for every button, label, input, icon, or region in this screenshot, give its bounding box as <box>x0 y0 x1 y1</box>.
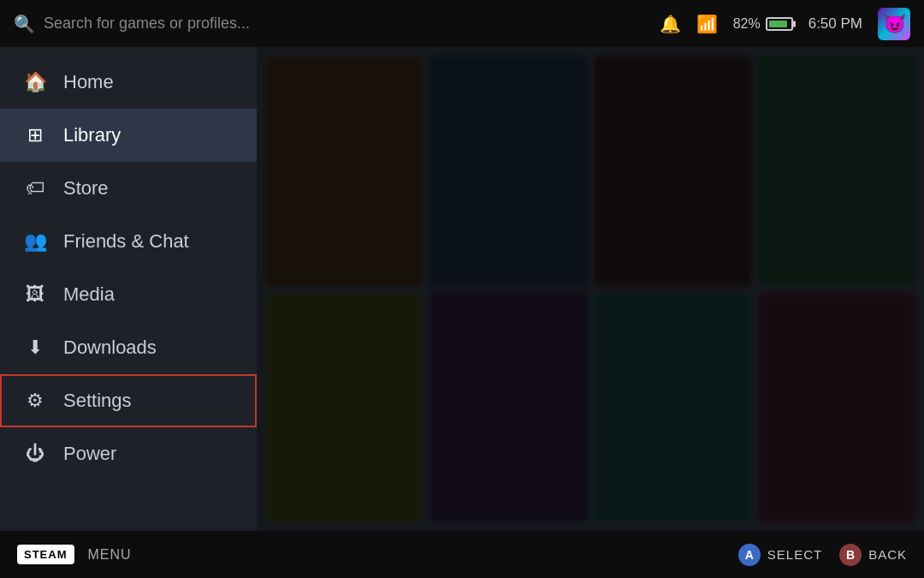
game-grid <box>257 47 924 531</box>
game-card <box>265 56 423 286</box>
downloads-icon: ⬇ <box>24 337 46 359</box>
topbar-right: 🔔 📶 82% 6:50 PM 😈 <box>660 8 910 40</box>
sidebar-item-label: Power <box>63 443 116 465</box>
game-card <box>429 56 587 286</box>
sidebar-item-media[interactable]: 🖼 Media <box>0 268 257 321</box>
sidebar-item-label: Store <box>63 177 109 200</box>
back-hint: B BACK <box>839 544 907 566</box>
sidebar-item-label: Home <box>63 71 114 93</box>
media-icon: 🖼 <box>24 283 46 306</box>
sidebar-item-settings[interactable]: ⚙ Settings <box>0 374 257 427</box>
search-placeholder: Search for games or profiles... <box>44 15 250 33</box>
sidebar-item-label: Friends & Chat <box>63 230 189 253</box>
avatar[interactable]: 😈 <box>878 8 910 40</box>
power-icon: ⏻ <box>24 443 46 465</box>
home-icon: 🏠 <box>24 71 46 93</box>
sidebar-item-power[interactable]: ⏻ Power <box>0 427 257 480</box>
sidebar-item-downloads[interactable]: ⬇ Downloads <box>0 321 257 374</box>
back-label: BACK <box>868 547 907 562</box>
b-button[interactable]: B <box>839 544 862 566</box>
library-icon: ⊞ <box>24 124 46 146</box>
store-icon: 🏷 <box>24 177 46 200</box>
battery-area: 82% <box>733 16 793 32</box>
sidebar-item-library[interactable]: ⊞ Library <box>0 109 257 162</box>
game-card <box>429 293 587 523</box>
settings-icon: ⚙ <box>24 390 46 412</box>
menu-label: MENU <box>88 547 132 563</box>
sidebar-item-label: Library <box>63 124 121 146</box>
select-label: SELECT <box>767 547 822 562</box>
select-hint: A SELECT <box>738 544 822 566</box>
sidebar: 🏠 Home ⊞ Library 🏷 Store 👥 Friends & Cha… <box>0 47 257 531</box>
bottombar: STEAM MENU A SELECT B BACK <box>0 531 924 578</box>
avatar-image: 😈 <box>883 13 906 35</box>
sidebar-item-label: Settings <box>63 390 132 412</box>
main-content <box>257 47 924 531</box>
steam-badge[interactable]: STEAM <box>17 545 74 564</box>
sidebar-item-store[interactable]: 🏷 Store <box>0 162 257 215</box>
game-card <box>758 293 915 523</box>
sidebar-item-label: Media <box>63 283 115 306</box>
game-card <box>758 56 915 286</box>
sidebar-item-friends[interactable]: 👥 Friends & Chat <box>0 215 257 268</box>
search-icon: 🔍 <box>14 14 35 34</box>
notification-icon[interactable]: 🔔 <box>660 14 681 34</box>
battery-percent: 82% <box>733 16 761 32</box>
sidebar-item-home[interactable]: 🏠 Home <box>0 56 257 109</box>
game-card <box>594 293 751 523</box>
sidebar-item-label: Downloads <box>63 337 157 359</box>
clock: 6:50 PM <box>808 15 862 33</box>
battery-icon <box>766 17 793 31</box>
wifi-icon: 📶 <box>696 14 718 34</box>
game-card <box>594 56 751 286</box>
a-button[interactable]: A <box>738 544 761 566</box>
game-card <box>265 293 423 523</box>
friends-icon: 👥 <box>24 230 46 253</box>
search-area[interactable]: 🔍 Search for games or profiles... <box>14 14 660 34</box>
topbar: 🔍 Search for games or profiles... 🔔 📶 82… <box>0 0 924 47</box>
bottombar-right: A SELECT B BACK <box>738 544 907 566</box>
